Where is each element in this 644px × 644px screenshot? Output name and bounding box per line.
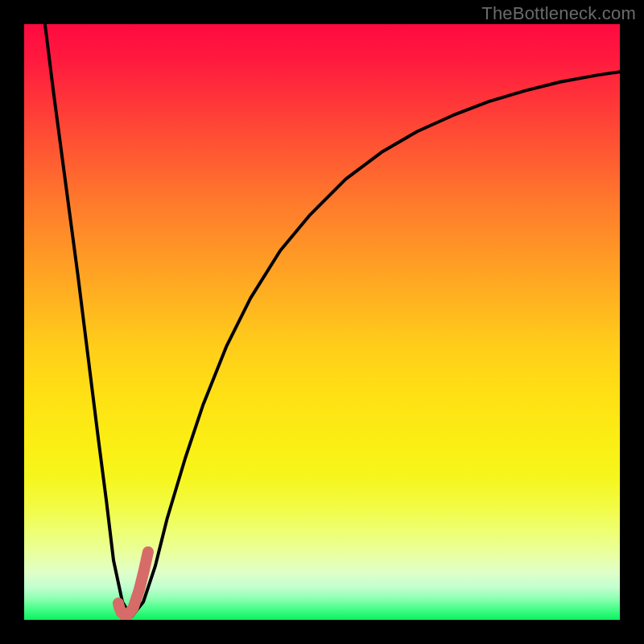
gradient-background [24, 24, 620, 620]
watermark-text: TheBottleneck.com [481, 3, 636, 24]
plot-area [24, 24, 620, 620]
chart-frame: TheBottleneck.com [0, 0, 644, 644]
